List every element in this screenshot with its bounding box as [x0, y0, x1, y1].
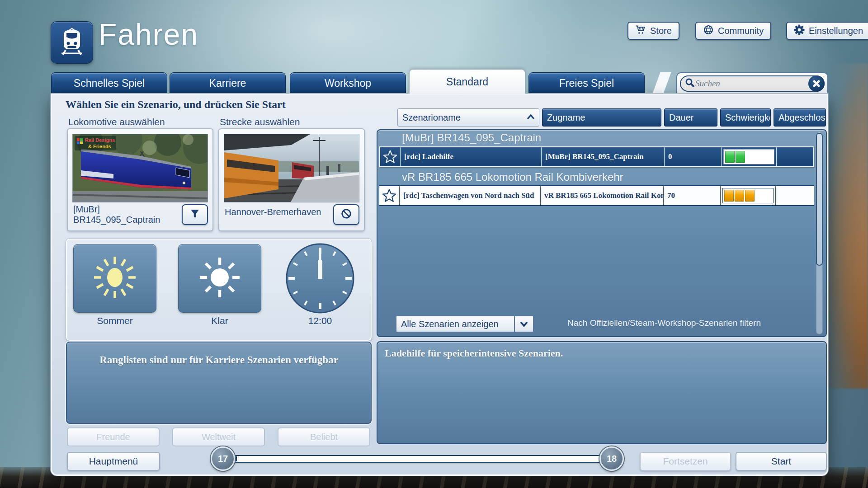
search-box — [680, 75, 825, 92]
search-input[interactable] — [695, 79, 824, 89]
column-header-szenarioname[interactable]: Szenarioname — [397, 108, 539, 127]
loco-card[interactable]: Rail Designs & Friends [MuBr] BR145_095_… — [67, 128, 213, 231]
filter-funnel-icon — [189, 208, 201, 221]
column-header-schwierigkeit[interactable]: Schwierigke — [720, 108, 771, 127]
prohibition-icon — [340, 208, 352, 221]
svg-text:& Friends: & Friends — [88, 144, 111, 149]
search-clear-button[interactable] — [808, 75, 825, 92]
loco-selected-name: [MuBr] BR145_095_Captrain — [73, 204, 160, 225]
slider-knob-right[interactable]: 18 — [599, 446, 624, 471]
start-button[interactable]: Start — [736, 452, 827, 471]
loco-thumbnail: Rail Designs & Friends — [72, 134, 208, 202]
time-label: 12:00 — [284, 315, 356, 326]
main-menu-button[interactable]: Hauptmenü — [67, 452, 160, 471]
completed-cell — [776, 147, 813, 166]
route-picker-label: Strecke auswählen — [220, 117, 300, 127]
scenario-description-panel: Ladehilfe für speicherintensive Szenarie… — [377, 341, 827, 444]
page-title: Fahren — [99, 17, 198, 52]
filter-hint-text: Nach Offiziellen/Steam-Workshop-Szenarie… — [567, 318, 761, 328]
page-instruction: Wählen Sie ein Szenario, und drücken Sie… — [66, 99, 286, 111]
tab-freies-spiel[interactable]: Freies Spiel — [528, 72, 645, 94]
settings-button[interactable]: Einstellungen — [786, 22, 868, 40]
gear-icon — [794, 24, 805, 38]
scenario-description: Ladehilfe für speicherintensive Szenarie… — [377, 342, 826, 365]
tab-standard[interactable]: Standard — [409, 69, 525, 94]
scenario-group-title: [MuBr] BR145_095_Captrain — [402, 131, 541, 144]
loco-filter-button[interactable] — [182, 204, 208, 225]
time-clock[interactable] — [284, 241, 356, 315]
sort-chevron-up-icon — [526, 109, 535, 126]
cart-icon — [635, 24, 646, 38]
svg-text:Rail Designs: Rail Designs — [85, 137, 115, 143]
resume-button[interactable]: Fortsetzen — [640, 452, 731, 471]
column-header-zugname[interactable]: Zugname — [542, 108, 661, 127]
favorite-star-icon[interactable] — [380, 147, 400, 166]
route-thumbnail — [224, 134, 359, 202]
weather-tile[interactable] — [178, 244, 261, 313]
search-container — [676, 72, 828, 94]
store-button[interactable]: Store — [627, 22, 679, 40]
main-panel: Wählen Sie ein Szenario, und drücken Sie… — [51, 94, 828, 476]
scenario-row[interactable]: [rdc] Taschenwagen von Nord nach Süd vR … — [379, 185, 814, 206]
weather-label: Klar — [178, 315, 261, 326]
summer-sun-icon — [90, 253, 140, 304]
footer-slider-track[interactable] — [230, 455, 604, 463]
globe-icon — [703, 24, 714, 38]
completed-cell — [775, 186, 814, 205]
difficulty-bars — [720, 186, 775, 205]
favorite-star-icon[interactable] — [379, 186, 399, 205]
season-tile[interactable] — [73, 244, 156, 313]
column-header-dauer[interactable]: Dauer — [664, 108, 717, 127]
slider-knob-left[interactable]: 17 — [211, 446, 235, 471]
clear-sun-icon — [195, 253, 245, 304]
route-clear-button[interactable] — [333, 204, 359, 225]
train-icon — [57, 27, 86, 58]
route-selected-name: Hannover-Bremerhaven — [225, 207, 321, 217]
scenario-row-selected[interactable]: [rdc] Ladehilfe [MuBr] BR145_095_Captrai… — [379, 146, 814, 167]
friends-button[interactable]: Freunde — [67, 427, 160, 446]
chevron-down-icon — [514, 316, 533, 332]
community-button[interactable]: Community — [695, 22, 771, 40]
column-header-abgeschlossen[interactable]: Abgeschlos — [774, 108, 826, 127]
leaderboard-panel: Ranglisten sind nur für Karriere Szenari… — [66, 342, 372, 424]
search-icon — [684, 77, 695, 90]
list-scrollbar-thumb[interactable] — [816, 133, 823, 266]
tab-karriere[interactable]: Karriere — [170, 72, 286, 94]
season-label: Sommer — [73, 315, 156, 326]
conditions-panel: Sommer Klar 12:00 — [66, 239, 372, 341]
route-card[interactable]: Hannover-Bremerhaven — [218, 128, 365, 231]
global-button[interactable]: Weltweit — [172, 427, 265, 446]
background-autumn-trees — [823, 63, 868, 389]
scenario-group-title: vR BR185 665 Lokomotion Rail Kombiverkeh… — [402, 171, 623, 183]
scenario-filter-dropdown[interactable]: Alle Szenarien anzeigen — [396, 315, 534, 333]
tab-workshop[interactable]: Workshop — [290, 72, 406, 94]
leaderboard-message: Ranglisten sind nur für Karriere Szenari… — [67, 343, 371, 366]
difficulty-bars — [721, 147, 776, 166]
tab-schnelles-spiel[interactable]: Schnelles Spiel — [51, 72, 167, 94]
loco-picker-label: Lokomotive auswählen — [68, 117, 165, 127]
app-logo — [51, 21, 93, 64]
popular-button[interactable]: Beliebt — [278, 427, 370, 446]
